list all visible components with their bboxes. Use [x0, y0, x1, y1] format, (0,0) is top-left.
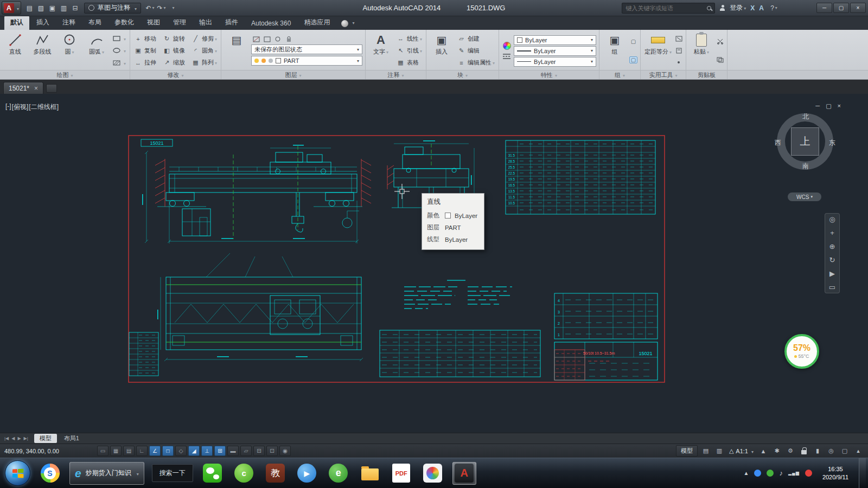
close-button[interactable]: × — [850, 3, 866, 13]
open-file-icon[interactable]: ▧ — [35, 2, 47, 14]
viewcube-west-label[interactable]: 西 — [775, 138, 781, 147]
drawing-minimize-icon[interactable]: ─ — [815, 102, 820, 110]
transparency-toggle[interactable]: ▱ — [240, 446, 252, 456]
cut-icon[interactable] — [716, 38, 724, 45]
tab-insert[interactable]: 插入 — [30, 16, 55, 30]
drawing-svg[interactable]: 15021 — [0, 94, 868, 433]
panel-annotation-footer[interactable]: 注释 — [366, 70, 426, 79]
tray-blue-app-icon[interactable] — [754, 470, 761, 477]
grid-display-toggle[interactable]: ▤ — [123, 446, 135, 456]
exchange-apps-icon[interactable]: X — [750, 4, 755, 12]
save-as-icon[interactable]: ▥ — [58, 2, 69, 14]
layer-lock-icon[interactable] — [285, 36, 293, 43]
panel-properties-footer[interactable]: 特性 — [499, 70, 599, 79]
panel-draw-footer[interactable]: 绘图 — [0, 70, 130, 79]
document-tab[interactable]: 15021* × — [3, 82, 43, 94]
showmotion-icon[interactable]: ▶ — [829, 270, 835, 277]
help-search-input[interactable] — [626, 5, 704, 11]
tab-featured-apps[interactable]: 精选应用 — [298, 16, 336, 30]
auto-annotation-scale-icon[interactable]: ✱ — [771, 446, 782, 456]
volume-icon[interactable]: ♪ — [779, 469, 783, 477]
measure-button[interactable]: 定距等分 — [643, 31, 673, 70]
ribbon-options-icon[interactable] — [341, 20, 348, 27]
text-button[interactable]: A 文字 — [368, 31, 393, 70]
panel-clipboard-footer[interactable]: 剪贴板 — [686, 70, 727, 79]
taskbar-search-box[interactable]: 搜索一下 — [152, 464, 193, 482]
full-navigation-wheel-icon[interactable]: ◎ — [829, 216, 835, 223]
taskbar-360-browser[interactable]: e — [327, 462, 350, 485]
create-block-button[interactable]: ▱创建 — [456, 35, 496, 43]
copy-button[interactable]: ▣复制 — [133, 45, 157, 57]
group-edit-icon[interactable]: ▢ — [629, 56, 637, 63]
taskbar-clock[interactable]: 16:35 2020/9/11 — [822, 465, 848, 481]
isolate-objects-icon[interactable]: ◎ — [826, 446, 837, 456]
wcs-dropdown[interactable]: WCS▾ — [788, 192, 821, 201]
new-file-icon[interactable]: ▤ — [24, 2, 35, 14]
tab-output[interactable]: 输出 — [193, 16, 218, 30]
navbar-more-icon[interactable]: ▭ — [829, 284, 835, 291]
taskbar-autocad[interactable]: A — [452, 462, 476, 485]
workspace-dropdown[interactable]: 草图与注释 — [84, 3, 141, 14]
search-icon[interactable] — [707, 6, 711, 10]
edit-attributes-button[interactable]: ≡编辑属性 — [456, 59, 496, 67]
sign-in-button[interactable]: 登录 — [730, 3, 746, 12]
tab-annotate[interactable]: 注释 — [56, 16, 81, 30]
arc-button[interactable]: 圆弧 — [84, 31, 109, 70]
panel-block-footer[interactable]: 块 — [426, 70, 499, 79]
viewport-visual-style-control[interactable]: [二维线框] — [29, 102, 59, 112]
qat-menu-caret-icon[interactable] — [167, 2, 178, 14]
polar-tracking-toggle[interactable]: ∠ — [149, 446, 161, 456]
ungroup-icon[interactable]: ▢ — [629, 38, 637, 45]
ellipse-tool-button[interactable] — [111, 47, 127, 54]
start-button[interactable] — [5, 460, 30, 486]
model-tab[interactable]: 模型 — [34, 434, 57, 443]
edit-block-button[interactable]: ✎编辑 — [456, 47, 496, 55]
ribbon-minimize-caret-icon[interactable] — [351, 17, 354, 27]
save-icon[interactable]: ▣ — [47, 2, 58, 14]
show-desktop-button[interactable] — [859, 458, 866, 488]
minimize-button[interactable]: ─ — [816, 3, 832, 13]
help-icon[interactable]: ? — [768, 2, 780, 14]
pan-icon[interactable]: + — [830, 229, 834, 236]
plot-icon[interactable]: ⊟ — [69, 2, 81, 14]
quick-view-drawings-icon[interactable]: ▥ — [714, 446, 725, 456]
lineweight-dropdown[interactable]: ByLayer ▾ — [514, 46, 596, 56]
taskbar-ie-window[interactable]: e 炒期货入门知识 — [69, 462, 144, 485]
drawing-canvas[interactable]: 15021 — [0, 94, 868, 433]
help-search-box[interactable] — [622, 3, 715, 14]
tab-manage[interactable]: 管理 — [167, 16, 192, 30]
3d-object-snap-toggle[interactable]: ◇ — [175, 446, 187, 456]
redo-icon[interactable]: ↷ — [156, 2, 167, 14]
selection-cycling-toggle[interactable]: ⊡ — [266, 446, 278, 456]
linetype-dropdown[interactable]: ByLayer ▾ — [514, 57, 596, 67]
table-button[interactable]: ▦表格 — [395, 59, 423, 67]
layer-state-dropdown[interactable]: 未保存的图层状态 ▾ — [251, 44, 362, 54]
system-temp-widget[interactable]: 57% 55°C — [784, 334, 819, 369]
tray-red-app-icon[interactable] — [805, 470, 812, 477]
group-button[interactable]: ▣ 组 — [602, 31, 627, 70]
layer-off-icon[interactable] — [252, 36, 260, 43]
layer-isolate-icon[interactable] — [263, 36, 271, 43]
orbit-icon[interactable]: ↻ — [829, 256, 835, 264]
lineweight-toggle[interactable]: ▬ — [227, 446, 239, 456]
tab-layout[interactable]: 布局 — [82, 16, 107, 30]
app-menu-button[interactable]: A — [2, 1, 21, 15]
annotation-monitor-toggle[interactable]: ◉ — [279, 446, 291, 456]
ortho-mode-toggle[interactable]: ∟ — [136, 446, 148, 456]
linear-dimension-button[interactable]: ↔线性 — [395, 35, 423, 43]
move-button[interactable]: +移动 — [133, 33, 157, 45]
taskbar-file-explorer[interactable] — [358, 462, 382, 485]
tab-view[interactable]: 视图 — [141, 16, 166, 30]
drawing-close-icon[interactable]: × — [838, 102, 841, 110]
quick-calc-icon[interactable] — [675, 47, 683, 54]
hatch-tool-button[interactable] — [111, 59, 127, 67]
viewcube[interactable]: 北 西 东 南 上 — [777, 113, 833, 170]
taskbar-pdf-reader[interactable]: PDF — [390, 462, 413, 485]
tab-default[interactable]: 默认 — [4, 16, 29, 30]
ie-window-caret-icon[interactable] — [136, 470, 139, 477]
tray-security-icon[interactable] — [767, 470, 774, 477]
panel-layers-footer[interactable]: 图层 — [221, 70, 365, 79]
infer-constraints-toggle[interactable]: ▭ — [97, 446, 108, 456]
toolbar-lock-icon[interactable] — [799, 446, 809, 456]
leader-button[interactable]: ↖引线 — [395, 47, 423, 55]
